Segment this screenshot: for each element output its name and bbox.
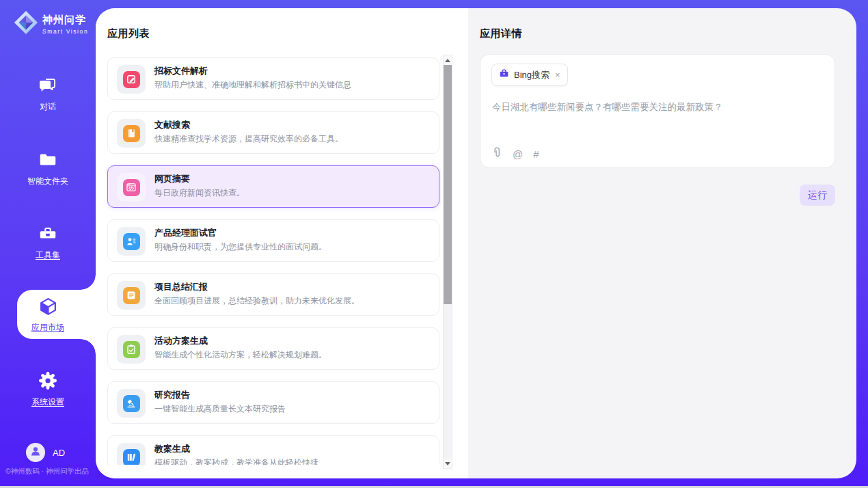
browser-code-icon bbox=[123, 179, 140, 196]
note-icon bbox=[123, 287, 140, 304]
card-icon-container bbox=[117, 281, 146, 310]
app-card-lesson-plan[interactable]: 教案生成 模板驱动，教案秒成，教学准备从此轻松快捷 bbox=[107, 435, 439, 465]
app-card-desc: 帮助用户快速、准确地理解和解析招标书中的关键信息 bbox=[154, 79, 351, 91]
query-input-text[interactable]: 今日湖北有哪些新闻要点？有哪些需要关注的最新政策？ bbox=[492, 100, 821, 114]
app-card-desc: 一键智能生成高质量长文本研究报告 bbox=[154, 403, 286, 415]
list-scrollbar[interactable] bbox=[443, 55, 452, 469]
app-list-scroll-area: 招标文件解析 帮助用户快速、准确地理解和解析招标书中的关键信息 bbox=[107, 57, 442, 465]
app-card-desc: 明确身份和职责，为您提供专业性的面试问题。 bbox=[154, 241, 327, 253]
brand-text: 神州问学 Smart Vision bbox=[42, 14, 88, 35]
app-card-title: 项目总结汇报 bbox=[154, 281, 208, 293]
app-card-project-summary[interactable]: 项目总结汇报 全面回顾项目进展，总结经验教训，助力未来优化发展。 bbox=[107, 273, 439, 316]
app-card-title: 研究报告 bbox=[154, 389, 190, 401]
app-card-web-summary[interactable]: 网页摘要 每日政府新闻资讯快查。 bbox=[107, 165, 439, 208]
card-icon-container bbox=[117, 335, 146, 364]
input-toolbar: @ # bbox=[492, 147, 539, 161]
card-icon-container bbox=[117, 173, 146, 202]
triangle-up-icon bbox=[445, 59, 450, 62]
scroll-up-button[interactable] bbox=[444, 55, 452, 65]
bubble-notch-bottom bbox=[81, 339, 96, 354]
interviewer-icon bbox=[123, 233, 140, 250]
user-account[interactable]: AD bbox=[26, 443, 65, 462]
card-icon-container bbox=[117, 389, 146, 418]
sidebar-item-label: 应用市场 bbox=[0, 322, 96, 334]
card-icon-container bbox=[117, 65, 146, 94]
app-card-title: 产品经理面试官 bbox=[154, 227, 217, 239]
at-icon[interactable]: @ bbox=[513, 149, 523, 159]
app-card-desc: 智能生成个性化活动方案，轻松解决规划难题。 bbox=[154, 349, 327, 361]
content-surface: 应用列表 招标文件解析 帮助用户快速、准确地理解和解析招标书中的关键信息 bbox=[96, 8, 856, 478]
paperclip-icon[interactable] bbox=[492, 147, 502, 161]
sidebar-item-label: 系统设置 bbox=[0, 396, 96, 408]
app-card-title: 活动方案生成 bbox=[154, 335, 208, 347]
app-card-bid-document-analysis[interactable]: 招标文件解析 帮助用户快速、准确地理解和解析招标书中的关键信息 bbox=[107, 57, 439, 100]
app-card-literature-search[interactable]: 文献搜索 快速精准查找学术资源，提高研究效率的必备工具。 bbox=[107, 111, 439, 154]
tool-chip-label: Bing搜索 bbox=[514, 69, 550, 81]
hash-icon[interactable]: # bbox=[533, 149, 539, 159]
app-card-desc: 快速精准查找学术资源，提高研究效率的必备工具。 bbox=[154, 133, 343, 145]
card-icon-container bbox=[117, 227, 146, 256]
sidebar-item-label: 对话 bbox=[0, 101, 96, 113]
brand-tagline: Smart Vision bbox=[42, 28, 88, 35]
brand-name: 神州问学 bbox=[42, 14, 88, 27]
sidebar-item-label: 工具集 bbox=[0, 249, 96, 261]
chat-icon bbox=[0, 75, 96, 98]
app-list-panel: 应用列表 招标文件解析 帮助用户快速、准确地理解和解析招标书中的关键信息 bbox=[96, 8, 468, 478]
app-card-research-report[interactable]: 研究报告 一键智能生成高质量长文本研究报告 bbox=[107, 381, 439, 424]
user-initials: AD bbox=[53, 448, 65, 458]
scrollbar-thumb[interactable] bbox=[444, 65, 452, 304]
folder-icon bbox=[0, 150, 96, 173]
tool-chip-bing-search[interactable]: Bing搜索 × bbox=[491, 64, 568, 86]
app-card-title: 教案生成 bbox=[154, 443, 190, 455]
sidebar-item-toolset[interactable]: 工具集 bbox=[0, 223, 96, 261]
app-card-event-plan[interactable]: 活动方案生成 智能生成个性化活动方案，轻松解决规划难题。 bbox=[107, 327, 439, 370]
app-card-desc: 模板驱动，教案秒成，教学准备从此轻松快捷 bbox=[154, 457, 318, 465]
brand-logo: 神州问学 Smart Vision bbox=[13, 10, 88, 38]
document-edit-icon bbox=[123, 71, 140, 88]
app-detail-title: 应用详情 bbox=[480, 27, 522, 40]
app-card-pm-interviewer[interactable]: 产品经理面试官 明确身份和职责，为您提供专业性的面试问题。 bbox=[107, 219, 439, 262]
diamond-logo-icon bbox=[13, 10, 39, 38]
sidebar-item-settings[interactable]: 系统设置 bbox=[0, 370, 96, 408]
app-card-title: 文献搜索 bbox=[154, 119, 190, 131]
book-icon bbox=[123, 125, 140, 142]
avatar[interactable] bbox=[26, 443, 45, 462]
card-icon-container bbox=[117, 119, 146, 148]
app-card-desc: 全面回顾项目进展，总结经验教训，助力未来优化发展。 bbox=[154, 295, 360, 307]
sidebar: 神州问学 Smart Vision 对话 智能文件夹 bbox=[0, 0, 96, 486]
app-window: 神州问学 Smart Vision 对话 智能文件夹 bbox=[0, 0, 868, 488]
copyright-text: ©神州数码 · 神州问学出品 bbox=[5, 467, 89, 476]
sidebar-item-app-market[interactable]: 应用市场 bbox=[0, 297, 96, 334]
toolbox-icon bbox=[0, 223, 96, 247]
scroll-down-button[interactable] bbox=[444, 459, 452, 468]
run-button[interactable]: 运行 bbox=[800, 185, 835, 206]
sidebar-item-smart-folder[interactable]: 智能文件夹 bbox=[0, 150, 96, 187]
app-card-desc: 每日政府新闻资讯快查。 bbox=[154, 187, 245, 199]
close-icon[interactable]: × bbox=[555, 70, 560, 79]
triangle-down-icon bbox=[445, 462, 450, 465]
books-icon bbox=[123, 449, 140, 465]
cube-icon bbox=[0, 297, 96, 319]
bubble-notch-top bbox=[81, 275, 96, 290]
app-card-title: 招标文件解析 bbox=[154, 65, 208, 77]
sidebar-item-chat[interactable]: 对话 bbox=[0, 75, 96, 113]
microscope-icon bbox=[123, 395, 140, 412]
sidebar-item-label: 智能文件夹 bbox=[0, 176, 96, 187]
gear-icon bbox=[0, 370, 96, 394]
card-icon-container bbox=[117, 443, 146, 465]
person-icon bbox=[29, 445, 42, 460]
briefcase-icon bbox=[499, 68, 509, 81]
query-card: Bing搜索 × 今日湖北有哪些新闻要点？有哪些需要关注的最新政策？ @ # bbox=[480, 54, 835, 168]
clipboard-check-icon bbox=[123, 341, 140, 358]
app-card-title: 网页摘要 bbox=[154, 173, 190, 185]
app-list-title: 应用列表 bbox=[107, 27, 150, 40]
